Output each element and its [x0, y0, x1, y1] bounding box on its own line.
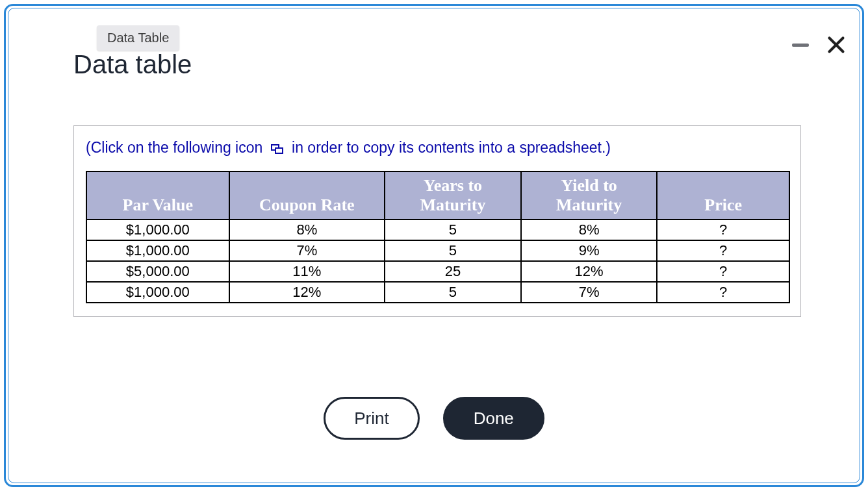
- cell: $1,000.00: [86, 220, 229, 240]
- col-price: Price: [657, 171, 789, 220]
- copy-icon[interactable]: [271, 144, 284, 155]
- cell: 5: [385, 282, 521, 303]
- done-button[interactable]: Done: [443, 397, 544, 440]
- dialog-window: Data Table Data table (Click on the foll…: [8, 8, 860, 483]
- cell: 7%: [229, 240, 385, 261]
- col-coupon-rate: Coupon Rate: [229, 171, 385, 220]
- col-par-value: Par Value: [86, 171, 229, 220]
- table-row: $1,000.00 8% 5 8% ?: [86, 220, 789, 240]
- cell: 5: [385, 220, 521, 240]
- table-row: $1,000.00 12% 5 7% ?: [86, 282, 789, 303]
- cell: 8%: [229, 220, 385, 240]
- table-row: $1,000.00 7% 5 9% ?: [86, 240, 789, 261]
- data-table: Par Value Coupon Rate Years toMaturity Y…: [86, 171, 790, 303]
- window-controls: [792, 36, 845, 54]
- minimize-icon[interactable]: [792, 44, 809, 47]
- col-yield-to-maturity: Yield toMaturity: [521, 171, 657, 220]
- cell: ?: [657, 240, 789, 261]
- cell: 9%: [521, 240, 657, 261]
- dialog-buttons: Print Done: [8, 397, 860, 440]
- table-header-row: Par Value Coupon Rate Years toMaturity Y…: [86, 171, 789, 220]
- cell: 12%: [229, 282, 385, 303]
- cell: 5: [385, 240, 521, 261]
- print-button[interactable]: Print: [324, 397, 419, 440]
- dialog-title: Data table: [73, 50, 192, 79]
- cell: ?: [657, 282, 789, 303]
- table-row: $5,000.00 11% 25 12% ?: [86, 261, 789, 282]
- data-panel: (Click on the following icon in order to…: [73, 125, 801, 317]
- cell: ?: [657, 261, 789, 282]
- col-years-to-maturity: Years toMaturity: [385, 171, 521, 220]
- cell: $5,000.00: [86, 261, 229, 282]
- copy-hint-post: in order to copy its contents into a spr…: [292, 139, 611, 156]
- cell: 11%: [229, 261, 385, 282]
- close-icon[interactable]: [827, 36, 845, 54]
- cell: $1,000.00: [86, 282, 229, 303]
- cell: 8%: [521, 220, 657, 240]
- dialog-outer-border: Data Table Data table (Click on the foll…: [4, 4, 864, 487]
- cell: 7%: [521, 282, 657, 303]
- tooltip-data-table: Data Table: [97, 25, 179, 51]
- cell: ?: [657, 220, 789, 240]
- copy-hint: (Click on the following icon in order to…: [86, 139, 789, 157]
- cell: $1,000.00: [86, 240, 229, 261]
- cell: 25: [385, 261, 521, 282]
- copy-hint-pre: (Click on the following icon: [86, 139, 262, 156]
- cell: 12%: [521, 261, 657, 282]
